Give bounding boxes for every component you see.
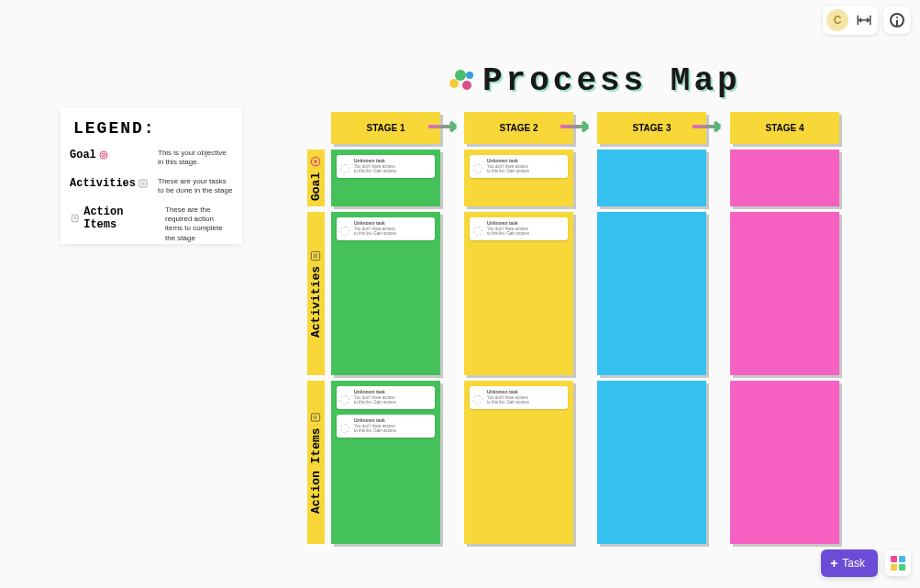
target-icon — [310, 155, 323, 168]
arrow-icon — [560, 119, 597, 134]
legend-label-goal: Goal — [70, 149, 150, 161]
legend-desc-goal: This is your objective in this stage. — [158, 149, 233, 168]
legend-label-activities: Activities — [70, 177, 150, 190]
legend-row-activities: Activities These are your tasks to be do… — [70, 177, 233, 196]
cell-activities-stage3[interactable] — [597, 212, 706, 375]
task-button-label: Task — [842, 557, 865, 570]
cell-action-stage1[interactable]: Unknown task You don't have access to th… — [331, 381, 440, 544]
bottom-toolbar: + Task — [821, 549, 911, 577]
apps-button[interactable] — [885, 550, 911, 576]
task-card[interactable]: Unknown task You don't have access to th… — [337, 386, 435, 409]
legend-panel: LEGEND: Goal This is your objective in t… — [61, 108, 242, 244]
svg-point-6 — [315, 161, 318, 164]
task-card[interactable]: Unknown task You don't have access to th… — [337, 415, 435, 438]
svg-point-2 — [103, 154, 105, 156]
legend-desc-activities: These are your tasks to be done in the s… — [158, 177, 233, 196]
cell-activities-stage4[interactable] — [730, 212, 839, 375]
fit-width-icon[interactable] — [854, 10, 874, 30]
cell-action-stage4[interactable] — [730, 381, 839, 544]
cell-activities-stage1[interactable]: Unknown task You don't have access to th… — [331, 212, 440, 375]
arrow-icon — [693, 119, 729, 134]
cell-goal-stage3[interactable] — [597, 150, 706, 206]
svg-rect-7 — [312, 251, 320, 260]
toolbar-group-left: C — [823, 6, 878, 35]
svg-rect-4 — [72, 215, 78, 221]
cell-goal-stage2[interactable]: Unknown task You don't have access to th… — [464, 150, 573, 206]
avatar[interactable]: C — [826, 9, 848, 31]
task-card[interactable]: Unknown task You don't have access to th… — [470, 155, 568, 178]
new-task-button[interactable]: + Task — [821, 549, 878, 577]
legend-row-goal: Goal This is your objective in this stag… — [70, 149, 233, 168]
task-card[interactable]: Unknown task You don't have access to th… — [337, 155, 435, 178]
info-icon[interactable] — [887, 10, 907, 30]
row-action-items: Action Items Unknown task You don't have… — [307, 381, 839, 544]
stage-header-2[interactable]: STAGE 2 — [464, 112, 573, 144]
gears-icon — [449, 68, 477, 95]
cell-action-stage3[interactable] — [597, 381, 706, 544]
stage-headers: STAGE 1 STAGE 2 STAGE 3 STAGE 4 — [331, 112, 839, 144]
page-title: Process Map — [449, 62, 741, 100]
note-icon — [70, 213, 80, 224]
task-card[interactable]: Unknown task You don't have access to th… — [337, 217, 435, 240]
row-activities: Activities Unknown task You don't have a… — [307, 212, 839, 375]
stage-header-1[interactable]: STAGE 1 — [331, 112, 440, 144]
stage-header-3[interactable]: STAGE 3 — [597, 112, 706, 144]
cell-goal-stage1[interactable]: Unknown task You don't have access to th… — [331, 150, 440, 206]
row-goal: Goal Unknown task You don't have access … — [307, 150, 839, 206]
legend-label-action: Action Items — [70, 205, 158, 231]
row-label-goal: Goal — [307, 150, 325, 206]
cell-goal-stage4[interactable] — [730, 150, 839, 206]
plus-icon: + — [830, 556, 837, 571]
stage-header-4[interactable]: STAGE 4 — [730, 112, 839, 144]
checklist-icon — [138, 178, 149, 189]
target-icon — [98, 150, 109, 161]
task-card[interactable]: Unknown task You don't have access to th… — [470, 217, 568, 240]
legend-desc-action: These are the required action items to c… — [165, 205, 233, 244]
task-card[interactable]: Unknown task You don't have access to th… — [470, 386, 568, 409]
cell-activities-stage2[interactable]: Unknown task You don't have access to th… — [464, 212, 573, 375]
svg-rect-3 — [139, 180, 147, 187]
toolbar-group-right — [883, 6, 911, 34]
cell-action-stage2[interactable]: Unknown task You don't have access to th… — [464, 381, 573, 544]
checklist-icon — [310, 250, 323, 262]
row-label-activities: Activities — [307, 212, 325, 375]
title-text: Process Map — [482, 62, 741, 100]
process-board: STAGE 1 STAGE 2 STAGE 3 STAGE 4 Goal Unk… — [307, 112, 839, 549]
legend-row-action: Action Items These are the required acti… — [70, 205, 233, 244]
top-toolbar: C — [823, 6, 911, 35]
row-label-action-items: Action Items — [307, 381, 325, 544]
note-icon — [310, 411, 323, 424]
arrow-icon — [428, 119, 465, 134]
legend-title: LEGEND: — [73, 119, 233, 138]
